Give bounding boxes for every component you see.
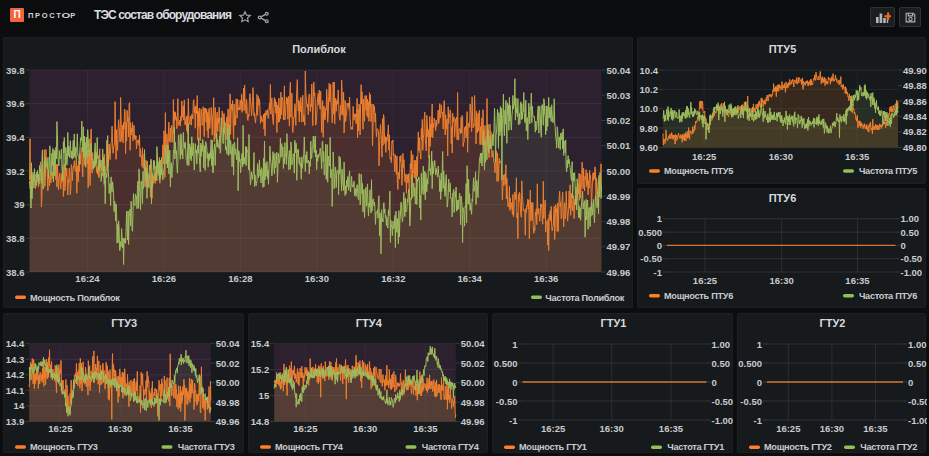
svg-text:1.00: 1.00 bbox=[711, 339, 730, 350]
svg-text:0: 0 bbox=[512, 377, 517, 388]
svg-text:16:25: 16:25 bbox=[693, 275, 718, 286]
svg-text:-0.50: -0.50 bbox=[640, 253, 662, 264]
svg-text:16:30: 16:30 bbox=[820, 423, 844, 434]
svg-text:16:30: 16:30 bbox=[769, 275, 793, 286]
svg-text:0.50: 0.50 bbox=[908, 358, 927, 369]
svg-text:-1.00: -1.00 bbox=[711, 415, 733, 426]
svg-text:-0.50: -0.50 bbox=[495, 396, 517, 407]
svg-text:0: 0 bbox=[908, 377, 913, 388]
svg-text:1.00: 1.00 bbox=[901, 213, 920, 224]
svg-text:Мощность ГТУ2: Мощность ГТУ2 bbox=[764, 442, 832, 452]
svg-text:13.9: 13.9 bbox=[6, 416, 25, 427]
svg-text:Мощность ГТУ1: Мощность ГТУ1 bbox=[519, 442, 587, 452]
svg-text:15.4: 15.4 bbox=[251, 338, 270, 349]
svg-text:16:28: 16:28 bbox=[228, 273, 252, 284]
svg-text:16:30: 16:30 bbox=[305, 273, 329, 284]
svg-text:16:25: 16:25 bbox=[776, 423, 801, 434]
svg-text:0.500: 0.500 bbox=[493, 358, 517, 369]
svg-text:39.2: 39.2 bbox=[6, 166, 25, 177]
svg-text:0: 0 bbox=[901, 240, 906, 251]
svg-text:Частота ПТУ5: Частота ПТУ5 bbox=[859, 166, 917, 176]
svg-text:Частота ПТУ6: Частота ПТУ6 bbox=[859, 291, 917, 301]
svg-text:49.96: 49.96 bbox=[461, 416, 485, 427]
svg-text:50.03: 50.03 bbox=[607, 90, 631, 101]
svg-text:Мощность ПТУ6: Мощность ПТУ6 bbox=[664, 291, 733, 301]
svg-text:16:30: 16:30 bbox=[769, 151, 793, 162]
svg-text:0: 0 bbox=[657, 240, 662, 251]
svg-text:49.86: 49.86 bbox=[903, 96, 927, 107]
svg-text:50.02: 50.02 bbox=[216, 358, 240, 369]
svg-text:0.50: 0.50 bbox=[901, 227, 920, 238]
svg-text:ГТУ4: ГТУ4 bbox=[356, 317, 383, 329]
svg-text:16:35: 16:35 bbox=[845, 275, 870, 286]
svg-text:49.84: 49.84 bbox=[903, 111, 927, 122]
svg-text:Частота Полиблок: Частота Полиблок bbox=[545, 293, 624, 303]
svg-text:ГТУ2: ГТУ2 bbox=[820, 317, 846, 329]
svg-text:1: 1 bbox=[512, 339, 518, 350]
svg-text:16:35: 16:35 bbox=[413, 423, 438, 434]
svg-text:50.00: 50.00 bbox=[607, 166, 631, 177]
svg-text:50.00: 50.00 bbox=[461, 377, 485, 388]
svg-text:50.01: 50.01 bbox=[607, 140, 631, 151]
svg-text:Частота ГТУ4: Частота ГТУ4 bbox=[422, 442, 480, 452]
svg-text:50.04: 50.04 bbox=[461, 338, 485, 349]
svg-text:0: 0 bbox=[757, 377, 762, 388]
svg-text:15: 15 bbox=[259, 390, 270, 401]
svg-text:39: 39 bbox=[14, 199, 25, 210]
svg-text:Мощность ПТУ5: Мощность ПТУ5 bbox=[664, 166, 733, 176]
svg-text:-0.50: -0.50 bbox=[711, 396, 733, 407]
svg-text:ПТУ5: ПТУ5 bbox=[769, 43, 797, 55]
svg-text:16:30: 16:30 bbox=[353, 423, 377, 434]
svg-text:-1.00: -1.00 bbox=[901, 267, 923, 278]
svg-text:50.02: 50.02 bbox=[607, 115, 631, 126]
svg-text:14.3: 14.3 bbox=[6, 354, 25, 365]
svg-text:16:34: 16:34 bbox=[458, 273, 483, 284]
svg-text:ПТУ6: ПТУ6 bbox=[769, 192, 797, 204]
svg-text:10.2: 10.2 bbox=[640, 84, 659, 95]
svg-text:14.4: 14.4 bbox=[6, 338, 25, 349]
svg-text:15.2: 15.2 bbox=[251, 364, 270, 375]
svg-text:49.96: 49.96 bbox=[216, 416, 240, 427]
svg-text:ГТУ1: ГТУ1 bbox=[600, 317, 626, 329]
svg-text:16:30: 16:30 bbox=[108, 423, 132, 434]
svg-text:ГТУ3: ГТУ3 bbox=[111, 317, 137, 329]
svg-text:16:25: 16:25 bbox=[692, 151, 717, 162]
svg-text:-1: -1 bbox=[509, 415, 518, 426]
svg-text:0.50: 0.50 bbox=[711, 358, 730, 369]
svg-text:49.98: 49.98 bbox=[216, 397, 240, 408]
svg-text:16:35: 16:35 bbox=[168, 423, 193, 434]
svg-text:-1: -1 bbox=[654, 267, 663, 278]
svg-text:16:35: 16:35 bbox=[658, 423, 683, 434]
svg-text:1: 1 bbox=[657, 213, 663, 224]
svg-text:Частота ГТУ1: Частота ГТУ1 bbox=[667, 442, 724, 452]
svg-text:1: 1 bbox=[757, 339, 763, 350]
svg-text:38.6: 38.6 bbox=[6, 267, 25, 278]
svg-text:49.90: 49.90 bbox=[903, 65, 927, 76]
svg-text:50.02: 50.02 bbox=[461, 358, 485, 369]
svg-text:49.80: 49.80 bbox=[903, 142, 927, 153]
svg-text:14.1: 14.1 bbox=[6, 385, 25, 396]
svg-text:39.4: 39.4 bbox=[6, 132, 25, 143]
svg-text:50.04: 50.04 bbox=[607, 65, 631, 76]
svg-text:1.00: 1.00 bbox=[908, 339, 927, 350]
svg-text:0: 0 bbox=[711, 377, 716, 388]
svg-text:16:25: 16:25 bbox=[48, 423, 73, 434]
svg-text:-0.50: -0.50 bbox=[908, 396, 927, 407]
svg-text:49.82: 49.82 bbox=[903, 126, 927, 137]
svg-text:Мощность ГТУ3: Мощность ГТУ3 bbox=[30, 442, 98, 452]
svg-text:Мощность ГТУ4: Мощность ГТУ4 bbox=[275, 442, 344, 452]
svg-text:0.500: 0.500 bbox=[738, 358, 762, 369]
svg-text:16:30: 16:30 bbox=[599, 423, 623, 434]
svg-text:16:36: 16:36 bbox=[534, 273, 558, 284]
svg-text:49.88: 49.88 bbox=[903, 80, 927, 91]
svg-text:16:32: 16:32 bbox=[381, 273, 405, 284]
svg-text:50.00: 50.00 bbox=[216, 377, 240, 388]
svg-text:9.60: 9.60 bbox=[640, 142, 659, 153]
svg-text:Частота ГТУ3: Частота ГТУ3 bbox=[178, 442, 235, 452]
svg-text:49.98: 49.98 bbox=[461, 397, 485, 408]
svg-text:49.97: 49.97 bbox=[607, 241, 631, 252]
svg-text:9.80: 9.80 bbox=[640, 123, 659, 134]
svg-text:14.8: 14.8 bbox=[251, 416, 270, 427]
svg-text:Мощность Полиблок: Мощность Полиблок bbox=[30, 293, 120, 303]
svg-text:-1: -1 bbox=[754, 415, 763, 426]
